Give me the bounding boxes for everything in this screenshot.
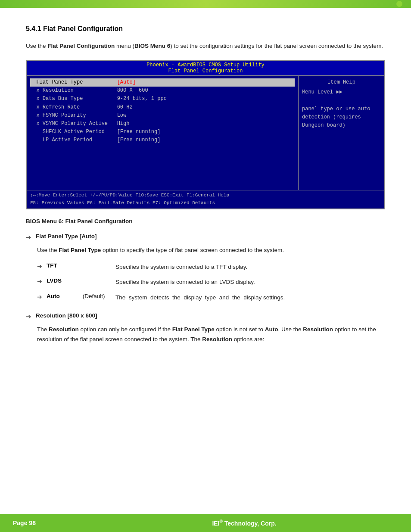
bios-title-line1: Phoenix - AwardBIOS CMOS Setup Utility bbox=[27, 62, 384, 68]
brand-sup: ® bbox=[220, 519, 223, 524]
option-title-row-1: ➔ Resolution [800 x 600] bbox=[26, 312, 385, 320]
sub-option-desc-lvds: Specifies the system is connected to an … bbox=[115, 277, 385, 287]
bios-help-title: Item Help bbox=[302, 78, 381, 87]
sub-option-name-auto: Auto bbox=[47, 293, 81, 299]
sub-arrow-auto: ➔ bbox=[37, 293, 42, 300]
footer-page-label: Page 98 bbox=[0, 520, 78, 526]
sub-arrow-tft: ➔ bbox=[37, 263, 42, 270]
bios-caption: BIOS Menu 6: Flat Panel Configuration bbox=[26, 218, 385, 224]
bios-help-text: panel type or use autodetection (require… bbox=[302, 105, 381, 130]
brand-rest: Technology, Corp. bbox=[223, 520, 277, 527]
sub-option-default-auto: (Default) bbox=[81, 293, 115, 299]
option-label-1: Resolution [800 x 600] bbox=[36, 312, 97, 319]
intro-bold1: Flat Panel Configuration bbox=[47, 43, 115, 49]
option-flat-panel-type: ➔ Flat Panel Type [Auto] Use the Flat Pa… bbox=[26, 233, 385, 302]
bios-row-5: x VSYNC Polarity Active High bbox=[30, 120, 295, 128]
bios-help-menu-level: Menu Level ►► bbox=[302, 88, 381, 96]
arrow-icon-1: ➔ bbox=[26, 313, 31, 320]
option-title-row-0: ➔ Flat Panel Type [Auto] bbox=[26, 233, 385, 241]
option-resolution: ➔ Resolution [800 x 600] The Resolution … bbox=[26, 312, 385, 345]
bios-row-1: x Resolution 800 X 600 bbox=[30, 87, 295, 95]
option-body-1: The Resolution option can only be config… bbox=[37, 325, 385, 345]
footer-bar: Page 98 IEI® Technology, Corp. bbox=[0, 514, 411, 532]
sub-option-tft: ➔ TFT Specifies the system is connected … bbox=[37, 262, 385, 272]
arrow-icon-0: ➔ bbox=[26, 233, 31, 241]
sub-options-0: ➔ TFT Specifies the system is connected … bbox=[37, 262, 385, 302]
bios-value-0: [Auto] bbox=[117, 79, 136, 85]
bios-right-panel: Item Help Menu Level ►► panel type or us… bbox=[298, 76, 384, 190]
bios-row-2: x Data Bus Type 9-24 bits, 1 ppc bbox=[30, 95, 295, 103]
bios-title-bar: Phoenix - AwardBIOS CMOS Setup Utility F… bbox=[27, 61, 384, 76]
bios-row-3: x Refresh Rate 60 Hz bbox=[30, 103, 295, 112]
bios-left-panel: Flat Panel Type [Auto] x Resolution 800 … bbox=[27, 76, 298, 190]
bios-row-4: x HSYNC Polarity Low bbox=[30, 112, 295, 120]
bios-row-7: LP Active Period [Free running] bbox=[30, 136, 295, 144]
page-label-text: Page 98 bbox=[13, 520, 36, 526]
brand-text: IEI bbox=[212, 520, 219, 527]
sub-option-name-lvds: LVDS bbox=[47, 277, 81, 284]
bios-footer-line2: F5: Previous Values F6: Fail-Safe Defaul… bbox=[30, 199, 381, 207]
sub-option-desc-tft: Specifies the system is connected to a T… bbox=[115, 262, 385, 272]
footer-brand: IEI® Technology, Corp. bbox=[78, 519, 411, 527]
sub-option-lvds: ➔ LVDS Specifies the system is connected… bbox=[37, 277, 385, 287]
bios-row-0: Flat Panel Type [Auto] bbox=[30, 78, 295, 87]
sub-option-name-tft: TFT bbox=[47, 262, 81, 269]
sub-arrow-lvds: ➔ bbox=[37, 278, 42, 285]
option-body-0: Use the Flat Panel Type option to specif… bbox=[37, 246, 385, 255]
bios-title-line2: Flat Panel Configuration bbox=[27, 68, 384, 74]
option-label-0: Flat Panel Type [Auto] bbox=[36, 233, 97, 240]
bios-footer: ↕↔:Move Enter:Select +/-/PU/PD:Value F10… bbox=[27, 190, 384, 208]
bios-screenshot: Phoenix - AwardBIOS CMOS Setup Utility F… bbox=[26, 60, 385, 209]
intro-paragraph: Use the Flat Panel Configuration menu (B… bbox=[26, 41, 385, 51]
top-decorative-bar bbox=[0, 0, 411, 8]
section-title: 5.4.1 Flat Panel Configuration bbox=[26, 25, 385, 33]
sub-option-auto: ➔ Auto (Default) The system detects the … bbox=[37, 293, 385, 302]
sub-option-desc-auto: The system detects the display type and … bbox=[115, 293, 385, 302]
bios-row-6: SHFCLK Active Period [Free running] bbox=[30, 128, 295, 136]
bios-footer-line1: ↕↔:Move Enter:Select +/-/PU/PD:Value F10… bbox=[30, 192, 381, 199]
intro-bold2: BIOS Menu 6 bbox=[134, 43, 170, 49]
bios-body: Flat Panel Type [Auto] x Resolution 800 … bbox=[27, 76, 384, 190]
